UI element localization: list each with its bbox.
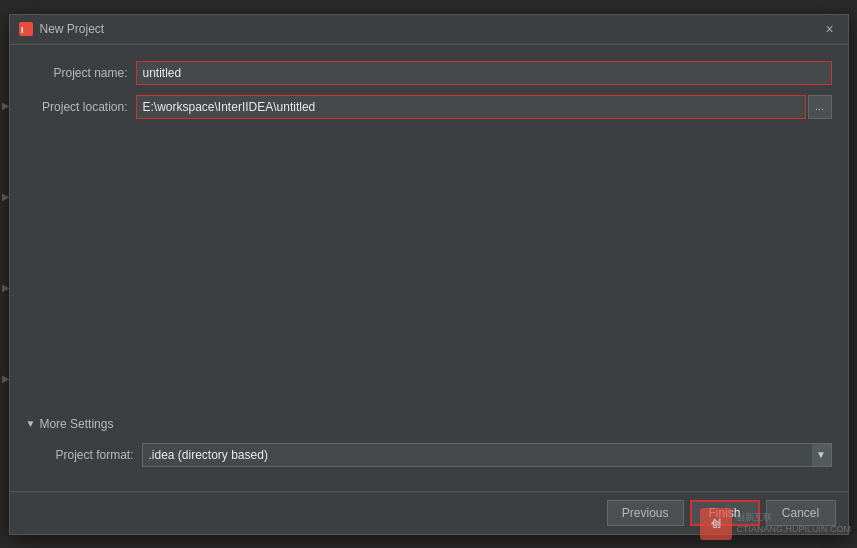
project-format-label: Project format:: [42, 448, 142, 462]
project-name-input[interactable]: [136, 61, 832, 85]
toggle-arrow-icon: ▼: [26, 418, 36, 429]
close-button[interactable]: ×: [820, 19, 840, 39]
more-settings-section: ▼ More Settings Project format: .idea (d…: [26, 413, 832, 481]
project-name-label: Project name:: [26, 66, 136, 80]
project-location-label: Project location:: [26, 100, 136, 114]
more-settings-content: Project format: .idea (directory based) …: [26, 435, 832, 481]
project-format-row: Project format: .idea (directory based) …: [42, 443, 832, 467]
project-location-input[interactable]: [136, 95, 806, 119]
dialog-title: New Project: [40, 22, 820, 36]
project-name-row: Project name:: [26, 61, 832, 85]
brand-watermark: 创 创新互联 CTIANANG.HUPILUIN.COM: [700, 508, 851, 540]
more-settings-label: More Settings: [39, 417, 113, 431]
new-project-dialog: I New Project × Project name: Project lo…: [9, 14, 849, 535]
browse-button[interactable]: ...: [808, 95, 832, 119]
title-bar: I New Project ×: [10, 15, 848, 45]
brand-logo-icon: 创: [700, 508, 732, 540]
project-format-select[interactable]: .idea (directory based) Eclipse (.classp…: [142, 443, 832, 467]
project-location-row: Project location: ...: [26, 95, 832, 119]
dialog-content: Project name: Project location: ... ▼ Mo…: [10, 45, 848, 491]
more-settings-toggle[interactable]: ▼ More Settings: [26, 413, 832, 435]
app-icon: I: [18, 21, 34, 37]
content-area: [26, 129, 832, 409]
svg-text:I: I: [21, 25, 24, 35]
previous-button[interactable]: Previous: [607, 500, 684, 526]
project-format-select-wrap: .idea (directory based) Eclipse (.classp…: [142, 443, 832, 467]
brand-text: 创新互联 CTIANANG.HUPILUIN.COM: [736, 512, 851, 535]
